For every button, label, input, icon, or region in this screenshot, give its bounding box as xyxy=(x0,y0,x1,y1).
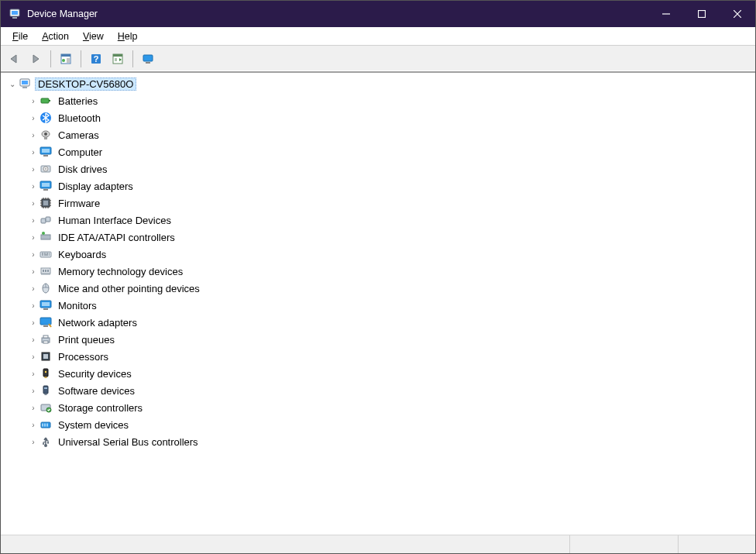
tree-category-label: Batteries xyxy=(56,95,100,108)
storage-icon xyxy=(40,401,52,414)
mouse-icon xyxy=(40,282,52,294)
chevron-right-icon[interactable]: › xyxy=(28,301,39,310)
chevron-right-icon[interactable]: › xyxy=(28,421,39,429)
monitor-icon xyxy=(40,146,52,158)
menubar: File Action View Help xyxy=(1,27,755,46)
tree-category-label: Storage controllers xyxy=(56,401,145,415)
tree-category-label: Firmware xyxy=(56,197,102,210)
menu-file[interactable]: File xyxy=(5,29,35,43)
tree-category[interactable]: ›Human Interface Devices xyxy=(1,212,755,229)
svg-rect-58 xyxy=(699,11,706,18)
tree-category[interactable]: ›Print queues xyxy=(1,331,755,348)
chevron-right-icon[interactable]: › xyxy=(28,131,39,139)
chevron-right-icon[interactable]: › xyxy=(28,233,39,242)
chevron-right-icon[interactable]: › xyxy=(28,404,39,412)
maximize-button[interactable] xyxy=(684,1,720,27)
status-cell xyxy=(569,535,678,554)
chip-icon xyxy=(40,197,52,209)
memory-icon xyxy=(40,265,52,277)
status-bar xyxy=(1,535,755,554)
tree-category[interactable]: ›System devices xyxy=(1,416,755,433)
tree-category[interactable]: ›Cameras xyxy=(1,126,755,143)
tree-category-label: Bluetooth xyxy=(56,112,103,125)
tree-category-label: System devices xyxy=(56,418,131,432)
tree-root-label: DESKTOP-CV5680O xyxy=(35,77,136,91)
battery-icon xyxy=(40,95,52,107)
cpu-icon xyxy=(40,350,52,363)
chevron-right-icon[interactable]: › xyxy=(28,165,39,174)
tree-category[interactable]: ›Security devices xyxy=(1,365,755,382)
tree-category[interactable]: ›Network adapters xyxy=(1,314,755,331)
tree-category[interactable]: ›Storage controllers xyxy=(1,399,755,416)
toolbar-properties-button[interactable] xyxy=(56,49,76,69)
bluetooth-icon xyxy=(40,112,52,124)
menu-view[interactable]: View xyxy=(76,29,111,43)
chevron-right-icon[interactable]: › xyxy=(28,216,39,225)
chevron-right-icon[interactable]: › xyxy=(28,148,39,157)
tree-category[interactable]: ›Monitors xyxy=(1,297,755,314)
chevron-right-icon[interactable]: › xyxy=(28,182,39,191)
toolbar-monitor-button[interactable] xyxy=(138,49,158,69)
tree-category-label: Display adapters xyxy=(56,180,136,193)
close-button[interactable] xyxy=(720,1,755,27)
toolbar-separator xyxy=(132,50,133,67)
tree-category-label: Computer xyxy=(56,146,105,159)
printer-icon xyxy=(40,333,52,346)
toolbar xyxy=(1,46,755,73)
chevron-right-icon[interactable]: › xyxy=(28,387,39,395)
tree-category-label: Software devices xyxy=(56,384,137,397)
tree-category[interactable]: ›Display adapters xyxy=(1,177,755,194)
security-icon xyxy=(40,367,52,380)
chevron-right-icon[interactable]: › xyxy=(28,250,39,259)
tree-category-label: Disk drives xyxy=(56,163,110,176)
menu-action[interactable]: Action xyxy=(35,29,76,43)
chevron-right-icon[interactable]: › xyxy=(28,114,39,122)
tree-category[interactable]: ›Mice and other pointing devices xyxy=(1,280,755,297)
chevron-down-icon[interactable]: ⌄ xyxy=(7,80,18,88)
usb-icon xyxy=(40,435,52,448)
tree-category[interactable]: ›Firmware xyxy=(1,194,755,212)
titlebar: Device Manager xyxy=(1,1,755,27)
chevron-right-icon[interactable]: › xyxy=(28,335,39,344)
device-tree[interactable]: ⌄ DESKTOP-CV5680O ›Batteries›Bluetooth›C… xyxy=(1,73,755,535)
disk-icon xyxy=(40,163,52,175)
monitor-icon xyxy=(40,299,52,311)
tree-category-label: Cameras xyxy=(56,129,101,142)
chevron-right-icon[interactable]: › xyxy=(28,284,39,293)
device-manager-icon xyxy=(9,8,21,20)
tree-category[interactable]: ›Keyboards xyxy=(1,246,755,263)
tree-category-label: Keyboards xyxy=(56,248,108,261)
menu-help[interactable]: Help xyxy=(111,29,145,43)
tree-category-label: Memory technology devices xyxy=(56,265,185,278)
tree-category[interactable]: ›Computer xyxy=(1,143,755,160)
toolbar-help-button[interactable] xyxy=(86,49,106,69)
chevron-right-icon[interactable]: › xyxy=(28,438,39,446)
tree-root[interactable]: ⌄ DESKTOP-CV5680O xyxy=(1,75,755,92)
keyboard-icon xyxy=(40,248,52,260)
ide-icon xyxy=(40,231,52,243)
chevron-right-icon[interactable]: › xyxy=(28,353,39,361)
tree-category[interactable]: ›Disk drives xyxy=(1,160,755,177)
tree-category-label: Monitors xyxy=(56,299,99,312)
chevron-right-icon[interactable]: › xyxy=(28,318,39,327)
tree-category[interactable]: ›IDE ATA/ATAPI controllers xyxy=(1,229,755,246)
toolbar-separator xyxy=(50,50,51,67)
tree-category[interactable]: ›Universal Serial Bus controllers xyxy=(1,433,755,450)
toolbar-back-button[interactable] xyxy=(4,49,24,69)
tree-category[interactable]: ›Processors xyxy=(1,348,755,365)
hid-icon xyxy=(40,214,52,226)
toolbar-forward-button[interactable] xyxy=(26,49,46,69)
window-title: Device Manager xyxy=(27,9,98,19)
tree-category[interactable]: ›Batteries xyxy=(1,92,755,109)
chevron-right-icon[interactable]: › xyxy=(28,267,39,276)
chevron-right-icon[interactable]: › xyxy=(28,97,39,105)
tree-category-label: Human Interface Devices xyxy=(56,214,174,227)
tree-category-label: IDE ATA/ATAPI controllers xyxy=(56,231,177,244)
tree-category[interactable]: ›Software devices xyxy=(1,382,755,399)
chevron-right-icon[interactable]: › xyxy=(28,370,39,378)
tree-category[interactable]: ›Bluetooth xyxy=(1,109,755,126)
tree-category[interactable]: ›Memory technology devices xyxy=(1,263,755,280)
chevron-right-icon[interactable]: › xyxy=(28,199,39,208)
toolbar-scan-button[interactable] xyxy=(108,49,128,69)
minimize-button[interactable] xyxy=(648,1,684,27)
